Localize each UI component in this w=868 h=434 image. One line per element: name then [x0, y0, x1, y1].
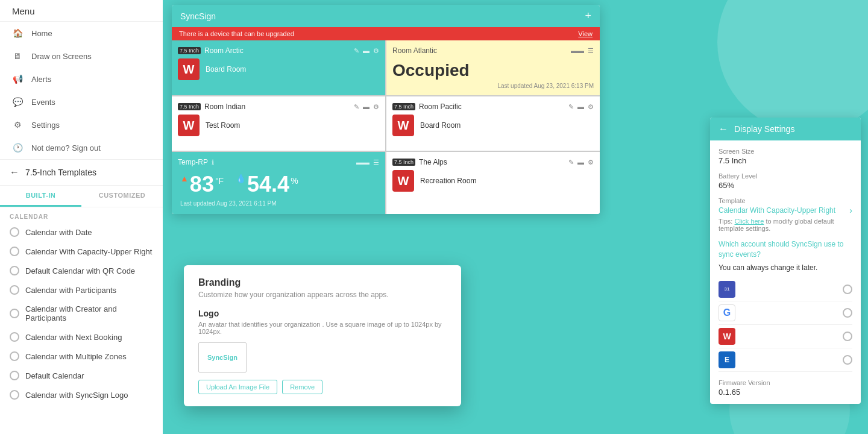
menu-item-alerts[interactable]: 📢 Alerts — [0, 68, 163, 90]
template-item-cal-default[interactable]: Default Calendar — [0, 366, 163, 385]
template-chevron-icon[interactable]: › — [849, 206, 852, 215]
exchange-icon: E — [719, 351, 735, 368]
screen-size-field: Screen Size 7.5 Inch — [719, 148, 852, 165]
temp-updated: Last updated Aug 23, 2021 6:11 PM — [178, 199, 379, 208]
radio-office[interactable] — [843, 332, 852, 341]
office-wrap-pacific: W Board Room — [392, 115, 594, 136]
template-item-cal-creator[interactable]: Calendar with Creator and Participants — [0, 300, 163, 327]
template-row: Calendar With Capacity-Upper Right › — [719, 206, 852, 215]
templates-header: ← 7.5-Inch Templates — [0, 160, 163, 186]
menu-item-settings[interactable]: ⚙ Settings — [0, 113, 163, 136]
room-card-temp: Temp-RP ℹ ▬▬ ☰ ▲ 83 °F 💧 54.4 % — [172, 152, 385, 214]
radio-cal-zones[interactable] — [10, 351, 19, 361]
back-button[interactable]: ← — [10, 167, 19, 178]
remove-logo-button[interactable]: Remove — [282, 380, 322, 394]
room-indian-icons: ✎ ▬ ⚙ — [354, 103, 379, 111]
tips-link[interactable]: Click here — [735, 218, 764, 225]
menu-item-home[interactable]: 🏠 Home — [0, 22, 163, 45]
templates-title: 7.5-Inch Templates — [25, 168, 96, 177]
template-label-cal-default: Default Calendar — [25, 371, 84, 380]
temp-unit: °F — [215, 176, 224, 186]
room-name-alps: The Alps — [419, 158, 447, 166]
device-badge-alps: 7.5 Inch — [392, 159, 415, 166]
list-icon-atlantic[interactable]: ☰ — [588, 47, 594, 55]
radio-cal-date[interactable] — [10, 227, 19, 237]
office-icon-alps: W — [392, 170, 414, 192]
room-atlantic-icons: ▬▬ ☰ — [571, 47, 594, 55]
template-item-cal-zones[interactable]: Calendar with Multiple Zones — [0, 347, 163, 366]
radio-cal-logo[interactable] — [10, 390, 19, 400]
wifi-icon-arctic: ▬ — [363, 47, 370, 54]
upload-image-button[interactable]: Upload An Image File — [198, 380, 277, 394]
edit-icon-arctic[interactable]: ✎ — [354, 47, 359, 55]
menu-label-alerts: Alerts — [31, 75, 51, 84]
logo-section-title: Logo — [198, 309, 447, 318]
template-item-cal-next[interactable]: Calendar with Next Booking — [0, 327, 163, 347]
temp-up-arrow: ▲ — [180, 174, 189, 183]
template-label-cal-creator: Calendar with Creator and Participants — [25, 304, 153, 322]
wifi-icon-pacific: ▬ — [577, 103, 584, 110]
radio-google[interactable] — [843, 308, 852, 318]
atlantic-status-wrap: Occupied Last updated Aug 23, 2021 6:13 … — [392, 58, 594, 89]
menu-item-events[interactable]: 💬 Events — [0, 90, 163, 113]
gear-icon-arctic[interactable]: ⚙ — [373, 47, 379, 55]
office-wrap-indian: W Test Room — [178, 115, 379, 136]
ds-back-button[interactable]: ← — [719, 124, 728, 134]
add-room-button[interactable]: + — [585, 10, 591, 22]
template-label: Template — [719, 197, 852, 204]
radio-cal-participants[interactable] — [10, 285, 19, 295]
atlantic-occupied-status: Occupied — [392, 61, 470, 80]
temperature-display: ▲ 83 °F — [180, 174, 224, 195]
template-label-cal-participants: Calendar with Participants — [25, 286, 116, 295]
template-item-cal-capacity[interactable]: Calendar With Capacity-Upper Right — [0, 242, 163, 261]
humidity-number: 54.4 — [247, 174, 289, 195]
template-value-link[interactable]: Calendar With Capacity-Upper Right — [719, 206, 835, 215]
room-name-temp: Temp-RP — [178, 158, 208, 166]
list-icon-temp[interactable]: ☰ — [373, 159, 379, 166]
sync-question: Which account should SyncSign use to syn… — [719, 239, 852, 260]
rooms-grid: 7.5 Inch Room Arctic ✎ ▬ ⚙ W Board Room … — [172, 40, 600, 214]
gear-icon-indian[interactable]: ⚙ — [373, 103, 379, 111]
ds-header: ← Display Settings — [710, 118, 861, 140]
radio-cal-next[interactable] — [10, 332, 19, 342]
template-item-cal-participants[interactable]: Calendar with Participants — [0, 280, 163, 300]
edit-icon-indian[interactable]: ✎ — [354, 103, 359, 111]
branding-title: Branding — [198, 277, 447, 288]
atlantic-updated: Last updated Aug 23, 2021 6:13 PM — [392, 83, 594, 89]
section-label-calendar: CALENDAR — [0, 207, 163, 222]
display-settings-panel: ← Display Settings Screen Size 7.5 Inch … — [710, 118, 861, 404]
room-pacific-icons: ✎ ▬ ⚙ — [568, 103, 594, 111]
menu-item-draw[interactable]: 🖥 Draw on Screens — [0, 45, 163, 68]
tab-builtin[interactable]: BUILT-IN — [0, 186, 81, 207]
room-alps-header: 7.5 Inch The Alps ✎ ▬ ⚙ — [392, 158, 594, 166]
radio-cal-capacity[interactable] — [10, 247, 19, 256]
template-label-cal-logo: Calendar with SyncSign Logo — [25, 391, 128, 400]
gear-icon-alps[interactable]: ⚙ — [588, 159, 594, 166]
signout-icon: 🕐 — [12, 142, 23, 153]
edit-icon-pacific[interactable]: ✎ — [568, 103, 574, 111]
humidity-unit: % — [291, 176, 298, 186]
template-item-cal-logo[interactable]: Calendar with SyncSign Logo — [0, 385, 163, 404]
sync-note: You can always change it later. — [719, 263, 852, 272]
radio-cal-creator[interactable] — [10, 309, 19, 318]
wifi-icon-atlantic: ▬▬ — [571, 47, 584, 54]
menu-item-signout[interactable]: 🕐 Not demo? Sign out — [0, 136, 163, 159]
template-item-cal-qr[interactable]: Default Calendar with QR Code — [0, 261, 163, 280]
left-panel: Menu 🏠 Home 🖥 Draw on Screens 📢 Alerts 💬… — [0, 0, 163, 434]
gear-icon-pacific[interactable]: ⚙ — [588, 103, 594, 111]
alert-view-button[interactable]: View — [578, 30, 593, 37]
tab-customized[interactable]: CUSTOMIZED — [81, 186, 163, 207]
alert-bar: There is a device that can be upgraded V… — [172, 27, 600, 40]
radio-google-cal[interactable] — [843, 285, 852, 294]
template-label-cal-date: Calendar with Date — [25, 228, 92, 237]
template-label-cal-capacity: Calendar With Capacity-Upper Right — [25, 247, 152, 256]
logo-preview: SyncSign — [198, 342, 247, 373]
radio-cal-default[interactable] — [10, 371, 19, 380]
template-item-cal-date[interactable]: Calendar with Date — [0, 222, 163, 242]
edit-icon-alps[interactable]: ✎ — [568, 159, 574, 166]
radio-exchange[interactable] — [843, 355, 852, 365]
radio-cal-qr[interactable] — [10, 266, 19, 275]
room-type-alps: Recreation Room — [420, 177, 476, 185]
wifi-icon-alps: ▬ — [577, 159, 584, 166]
device-badge-pacific: 7.5 Inch — [392, 103, 415, 110]
